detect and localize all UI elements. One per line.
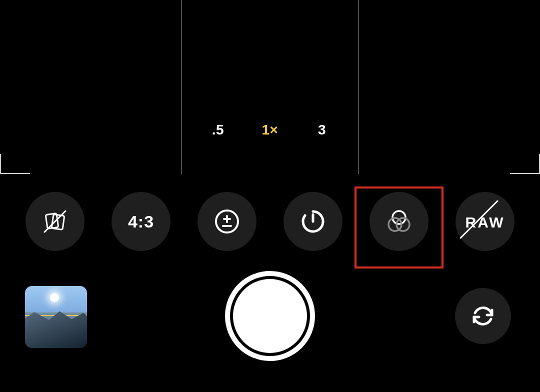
raw-off-icon: RAW — [466, 212, 505, 232]
zoom-option-0.5x[interactable]: .5 — [210, 122, 226, 138]
timer-icon — [300, 208, 326, 234]
exposure-icon — [214, 208, 240, 235]
live-photo-toggle[interactable] — [26, 192, 84, 251]
aspect-ratio-label: 4:3 — [128, 212, 154, 232]
thumbnail-overlay — [25, 315, 87, 316]
exposure-button[interactable] — [198, 192, 256, 251]
zoom-selector: .5 1× 3 — [0, 122, 540, 138]
timer-button[interactable] — [284, 192, 342, 251]
grid-line — [358, 0, 358, 174]
shutter-inner — [233, 279, 307, 353]
svg-line-11 — [460, 201, 498, 238]
zoom-option-1x[interactable]: 1× — [262, 122, 278, 138]
camera-controls-row: 4:3 — [0, 192, 540, 251]
camera-viewfinder[interactable]: .5 1× 3 — [0, 0, 540, 174]
shutter-button[interactable] — [225, 271, 315, 361]
zoom-option-3x[interactable]: 3 — [314, 122, 330, 138]
thumbnail-arrow-icon — [42, 320, 49, 328]
live-photo-off-icon — [40, 207, 70, 236]
raw-toggle[interactable]: RAW — [456, 192, 514, 251]
aspect-ratio-button[interactable]: 4:3 — [112, 192, 170, 251]
frame-corner — [510, 173, 540, 174]
last-photo-thumbnail[interactable] — [25, 286, 87, 348]
flip-camera-button[interactable] — [455, 288, 511, 344]
frame-corner — [0, 173, 30, 174]
grid-line — [182, 0, 182, 174]
tutorial-highlight — [354, 186, 444, 268]
frame-corner — [0, 154, 1, 174]
flip-camera-icon — [469, 302, 497, 330]
